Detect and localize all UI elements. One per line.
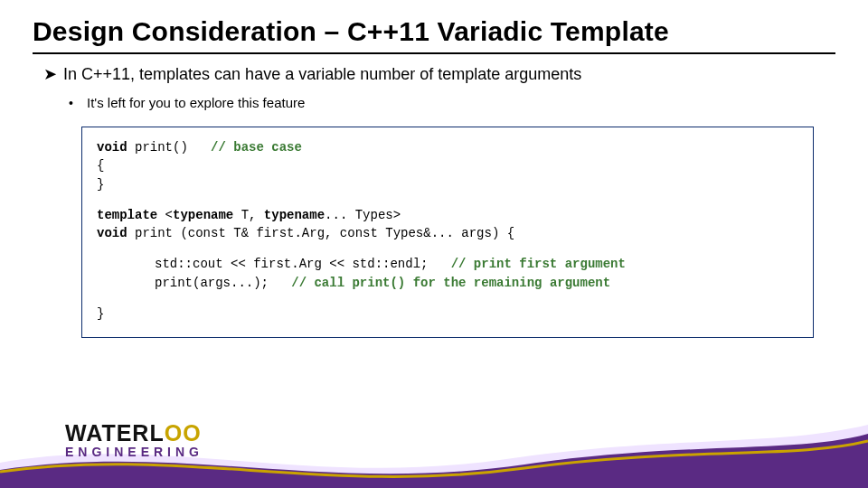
code-line: print(args...); // call print() for the …: [97, 274, 798, 292]
title-underline: [33, 52, 835, 54]
page-title: Design Consideration – C++11 Variadic Te…: [0, 0, 868, 52]
logo-text: WATERL: [65, 420, 165, 446]
code-keyword: void: [97, 140, 127, 155]
bullet-level2: • It's left for you to explore this feat…: [69, 94, 825, 112]
code-blank-line: [97, 242, 798, 255]
code-blank-line: [97, 193, 798, 206]
bullet-text: It's left for you to explore this featur…: [87, 94, 305, 112]
code-text: }: [97, 177, 104, 192]
code-keyword: template: [97, 208, 157, 222]
code-line: }: [97, 305, 798, 323]
code-line: void print() // base case: [97, 138, 798, 156]
code-line: void print (const T& first.Arg, const Ty…: [97, 224, 798, 242]
bullet-list: ➤ In C++11, templates can have a variabl…: [0, 63, 868, 112]
logo-brand: WATERLOO: [65, 420, 203, 446]
code-comment: // base case: [211, 140, 302, 155]
code-text: print(): [127, 140, 211, 155]
code-text: print(args...);: [155, 276, 291, 290]
code-keyword: typename: [173, 208, 233, 222]
bullet-level1: ➤ In C++11, templates can have a variabl…: [43, 63, 825, 85]
code-keyword: typename: [264, 208, 325, 222]
logo-subtext: ENGINEERING: [65, 445, 203, 459]
code-line: template <typename T, typename... Types>: [97, 206, 798, 224]
code-comment: // print first argument: [451, 257, 626, 271]
code-text: ... Types>: [325, 208, 401, 222]
code-comment: // call print() for the remaining argume…: [291, 276, 610, 290]
code-line: std::cout << first.Arg << std::endl; // …: [97, 255, 798, 273]
bullet-marker-icon: ➤: [43, 63, 63, 85]
logo-text-accent: OO: [165, 420, 202, 446]
code-text: {: [97, 158, 104, 173]
waterloo-logo: WATERLOO ENGINEERING: [65, 420, 203, 459]
code-block: void print() // base case { } template <…: [81, 127, 814, 338]
bullet-marker-icon: •: [69, 94, 87, 112]
code-text: print (const T& first.Arg, const Types&.…: [127, 226, 514, 240]
code-text: T,: [233, 208, 264, 222]
code-line: }: [97, 175, 798, 193]
code-text: <: [157, 208, 173, 222]
code-keyword: void: [97, 226, 127, 240]
code-text: }: [97, 306, 104, 321]
code-text: std::cout << first.Arg << std::endl;: [155, 257, 451, 271]
bullet-text: In C++11, templates can have a variable …: [63, 63, 581, 85]
code-line: {: [97, 156, 798, 174]
code-blank-line: [97, 292, 798, 305]
